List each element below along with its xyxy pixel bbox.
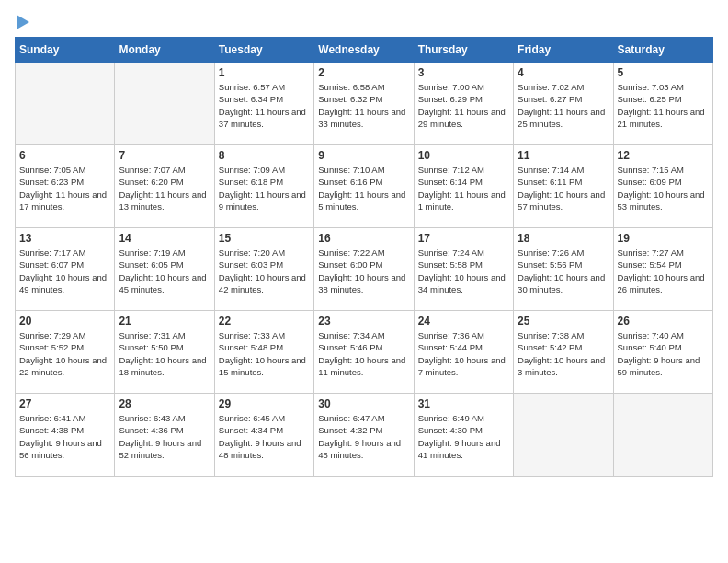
day-info: Sunrise: 6:49 AM Sunset: 4:30 PM Dayligh…	[418, 412, 509, 461]
day-info: Sunrise: 7:20 AM Sunset: 6:03 PM Dayligh…	[219, 247, 310, 295]
day-number: 13	[19, 232, 110, 245]
day-number: 27	[19, 397, 110, 410]
day-cell-29: 29 Sunrise: 6:45 AM Sunset: 4:34 PM Dayl…	[214, 394, 313, 477]
daylight: Daylight: 11 hours and 21 minutes.	[618, 107, 705, 129]
weekday-header-sunday: Sunday	[16, 38, 115, 63]
sunrise: Sunrise: 7:00 AM	[418, 82, 484, 92]
day-cell-18: 18 Sunrise: 7:26 AM Sunset: 5:56 PM Dayl…	[514, 228, 613, 311]
day-number: 22	[219, 315, 310, 327]
day-cell-26: 26 Sunrise: 7:40 AM Sunset: 5:40 PM Dayl…	[613, 311, 712, 394]
sunrise: Sunrise: 7:24 AM	[418, 247, 484, 258]
logo	[15, 15, 29, 29]
empty-cell	[16, 63, 115, 145]
day-info: Sunrise: 7:12 AM Sunset: 6:14 PM Dayligh…	[418, 164, 509, 213]
day-cell-2: 2 Sunrise: 6:58 AM Sunset: 6:32 PM Dayli…	[314, 63, 414, 145]
day-cell-7: 7 Sunrise: 7:07 AM Sunset: 6:20 PM Dayli…	[115, 145, 214, 228]
daylight: Daylight: 9 hours and 56 minutes.	[19, 438, 102, 460]
calendar-table: SundayMondayTuesdayWednesdayThursdayFrid…	[15, 37, 713, 477]
day-cell-25: 25 Sunrise: 7:38 AM Sunset: 5:42 PM Dayl…	[514, 311, 613, 394]
sunrise: Sunrise: 7:29 AM	[19, 330, 85, 340]
sunset: Sunset: 4:32 PM	[318, 425, 382, 435]
day-info: Sunrise: 7:29 AM Sunset: 5:52 PM Dayligh…	[19, 329, 110, 378]
day-cell-28: 28 Sunrise: 6:43 AM Sunset: 4:36 PM Dayl…	[115, 394, 214, 477]
daylight: Daylight: 10 hours and 18 minutes.	[119, 355, 206, 377]
weekday-header-thursday: Thursday	[414, 38, 513, 63]
day-cell-6: 6 Sunrise: 7:05 AM Sunset: 6:23 PM Dayli…	[16, 145, 115, 228]
calendar-week-5: 27 Sunrise: 6:41 AM Sunset: 4:38 PM Dayl…	[16, 394, 713, 477]
sunrise: Sunrise: 6:57 AM	[219, 82, 285, 92]
sunrise: Sunrise: 6:58 AM	[318, 82, 384, 92]
day-info: Sunrise: 7:09 AM Sunset: 6:18 PM Dayligh…	[219, 164, 310, 213]
sunrise: Sunrise: 7:40 AM	[618, 330, 684, 340]
day-cell-14: 14 Sunrise: 7:19 AM Sunset: 6:05 PM Dayl…	[115, 228, 214, 311]
day-info: Sunrise: 6:43 AM Sunset: 4:36 PM Dayligh…	[119, 412, 210, 461]
daylight: Daylight: 10 hours and 30 minutes.	[518, 272, 605, 294]
day-info: Sunrise: 7:40 AM Sunset: 5:40 PM Dayligh…	[618, 329, 709, 378]
sunrise: Sunrise: 7:20 AM	[219, 247, 285, 258]
weekday-header-wednesday: Wednesday	[314, 38, 414, 63]
sunset: Sunset: 6:07 PM	[19, 259, 84, 270]
daylight: Daylight: 11 hours and 9 minutes.	[219, 190, 306, 212]
sunrise: Sunrise: 7:05 AM	[19, 165, 85, 175]
weekday-header-tuesday: Tuesday	[214, 38, 313, 63]
day-number: 7	[119, 149, 210, 162]
calendar-week-2: 6 Sunrise: 7:05 AM Sunset: 6:23 PM Dayli…	[16, 145, 713, 228]
sunset: Sunset: 6:05 PM	[119, 259, 183, 270]
day-cell-5: 5 Sunrise: 7:03 AM Sunset: 6:25 PM Dayli…	[613, 63, 712, 145]
daylight: Daylight: 11 hours and 29 minutes.	[418, 107, 506, 129]
day-cell-22: 22 Sunrise: 7:33 AM Sunset: 5:48 PM Dayl…	[214, 311, 313, 394]
day-cell-27: 27 Sunrise: 6:41 AM Sunset: 4:38 PM Dayl…	[16, 394, 115, 477]
daylight: Daylight: 11 hours and 25 minutes.	[518, 107, 605, 129]
daylight: Daylight: 10 hours and 34 minutes.	[418, 272, 506, 294]
calendar-week-4: 20 Sunrise: 7:29 AM Sunset: 5:52 PM Dayl…	[16, 311, 713, 394]
day-cell-10: 10 Sunrise: 7:12 AM Sunset: 6:14 PM Dayl…	[414, 145, 513, 228]
daylight: Daylight: 11 hours and 33 minutes.	[318, 107, 405, 129]
day-number: 11	[518, 149, 609, 162]
day-info: Sunrise: 6:57 AM Sunset: 6:34 PM Dayligh…	[219, 81, 310, 130]
sunset: Sunset: 6:25 PM	[618, 94, 682, 104]
daylight: Daylight: 10 hours and 42 minutes.	[219, 272, 306, 294]
day-number: 28	[119, 397, 210, 410]
daylight: Daylight: 9 hours and 41 minutes.	[418, 438, 501, 460]
day-number: 29	[219, 397, 310, 410]
daylight: Daylight: 10 hours and 26 minutes.	[618, 272, 705, 294]
sunrise: Sunrise: 7:14 AM	[518, 165, 584, 175]
sunset: Sunset: 5:40 PM	[618, 342, 682, 352]
daylight: Daylight: 10 hours and 11 minutes.	[318, 355, 405, 377]
day-cell-17: 17 Sunrise: 7:24 AM Sunset: 5:58 PM Dayl…	[414, 228, 513, 311]
day-cell-11: 11 Sunrise: 7:14 AM Sunset: 6:11 PM Dayl…	[514, 145, 613, 228]
daylight: Daylight: 11 hours and 13 minutes.	[119, 190, 206, 212]
weekday-header-saturday: Saturday	[613, 38, 712, 63]
day-cell-20: 20 Sunrise: 7:29 AM Sunset: 5:52 PM Dayl…	[16, 311, 115, 394]
day-number: 16	[318, 232, 409, 245]
day-number: 4	[518, 66, 609, 79]
day-number: 23	[318, 315, 409, 327]
daylight: Daylight: 11 hours and 5 minutes.	[318, 190, 405, 212]
day-info: Sunrise: 7:05 AM Sunset: 6:23 PM Dayligh…	[19, 164, 110, 213]
sunset: Sunset: 6:00 PM	[318, 259, 382, 270]
empty-cell	[613, 394, 712, 477]
sunset: Sunset: 6:14 PM	[418, 177, 483, 187]
sunset: Sunset: 5:52 PM	[19, 342, 84, 352]
sunrise: Sunrise: 6:49 AM	[418, 413, 484, 423]
day-info: Sunrise: 7:14 AM Sunset: 6:11 PM Dayligh…	[518, 164, 609, 213]
day-number: 3	[418, 66, 509, 79]
sunset: Sunset: 6:03 PM	[219, 259, 283, 270]
sunrise: Sunrise: 7:09 AM	[219, 165, 285, 175]
day-cell-8: 8 Sunrise: 7:09 AM Sunset: 6:18 PM Dayli…	[214, 145, 313, 228]
daylight: Daylight: 9 hours and 45 minutes.	[318, 438, 401, 460]
page-header	[15, 15, 713, 29]
weekday-header-monday: Monday	[115, 38, 214, 63]
day-cell-16: 16 Sunrise: 7:22 AM Sunset: 6:00 PM Dayl…	[314, 228, 414, 311]
day-info: Sunrise: 7:10 AM Sunset: 6:16 PM Dayligh…	[318, 164, 409, 213]
daylight: Daylight: 10 hours and 57 minutes.	[518, 190, 605, 212]
daylight: Daylight: 10 hours and 53 minutes.	[618, 190, 705, 212]
day-number: 6	[19, 149, 110, 162]
daylight: Daylight: 10 hours and 45 minutes.	[119, 272, 206, 294]
day-number: 18	[518, 232, 609, 245]
day-number: 15	[219, 232, 310, 245]
sunrise: Sunrise: 7:03 AM	[618, 82, 684, 92]
day-number: 19	[618, 232, 709, 245]
day-number: 25	[518, 315, 609, 327]
sunset: Sunset: 5:44 PM	[418, 342, 483, 352]
